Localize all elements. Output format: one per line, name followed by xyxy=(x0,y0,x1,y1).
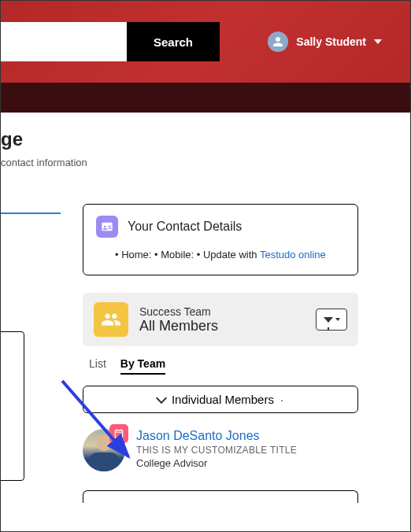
card-header: Your Contact Details xyxy=(96,216,345,238)
member-role: College Advisor xyxy=(136,457,358,469)
funnel-icon xyxy=(324,317,333,323)
page-subtitle: contact information xyxy=(1,157,410,168)
calendar-icon[interactable] xyxy=(109,424,128,443)
nav-band xyxy=(1,83,410,113)
filter-button[interactable] xyxy=(316,308,347,331)
user-name-label: Sally Student xyxy=(296,35,366,48)
search-input[interactable] xyxy=(1,22,127,61)
testudo-link[interactable]: Testudo online xyxy=(260,249,326,260)
contact-details-card: Your Contact Details • Home: • Mobile: •… xyxy=(83,204,358,275)
member-custom-title: THIS IS MY CUSTOMIZABLE TITLE xyxy=(136,445,358,456)
chevron-down-icon xyxy=(335,318,340,321)
tab-by-team[interactable]: By Team xyxy=(120,357,165,375)
user-menu[interactable]: Sally Student xyxy=(268,31,398,52)
search-button[interactable]: Search xyxy=(127,22,220,61)
top-header: Search Sally Student xyxy=(1,1,410,83)
chevron-down-icon xyxy=(374,39,382,44)
accordion-label: Individual Members xyxy=(172,393,274,406)
team-label: Success Team xyxy=(139,305,305,318)
avatar-icon xyxy=(268,31,288,52)
contact-text: • Home: • Mobile: • Update with xyxy=(115,249,260,260)
team-icon xyxy=(94,302,128,337)
page-heading-area: ge contact information xyxy=(1,113,410,214)
accordion-suffix: · xyxy=(280,393,283,406)
contact-card-title: Your Contact Details xyxy=(128,220,242,234)
next-card-fragment xyxy=(83,490,358,503)
contact-card-icon xyxy=(96,216,118,238)
individual-members-toggle[interactable]: Individual Members · xyxy=(83,386,358,413)
team-main: All Members xyxy=(139,318,305,334)
team-text: Success Team All Members xyxy=(139,305,305,334)
member-row: Jason DeSanto Jones THIS IS MY CUSTOMIZA… xyxy=(83,429,358,471)
contact-line: • Home: • Mobile: • Update with Testudo … xyxy=(96,249,345,260)
member-name-link[interactable]: Jason DeSanto Jones xyxy=(136,429,358,443)
chevron-down-icon xyxy=(156,392,167,403)
member-info: Jason DeSanto Jones THIS IS MY CUSTOMIZA… xyxy=(136,429,358,471)
side-panel-fragment xyxy=(0,331,24,481)
tab-list[interactable]: List xyxy=(89,357,106,375)
main-column: Your Contact Details • Home: • Mobile: •… xyxy=(83,204,358,503)
team-tabs: List By Team xyxy=(89,357,358,375)
active-tab-underline xyxy=(0,212,61,214)
page-title: ge xyxy=(1,128,410,150)
success-team-card: Success Team All Members xyxy=(83,293,358,346)
